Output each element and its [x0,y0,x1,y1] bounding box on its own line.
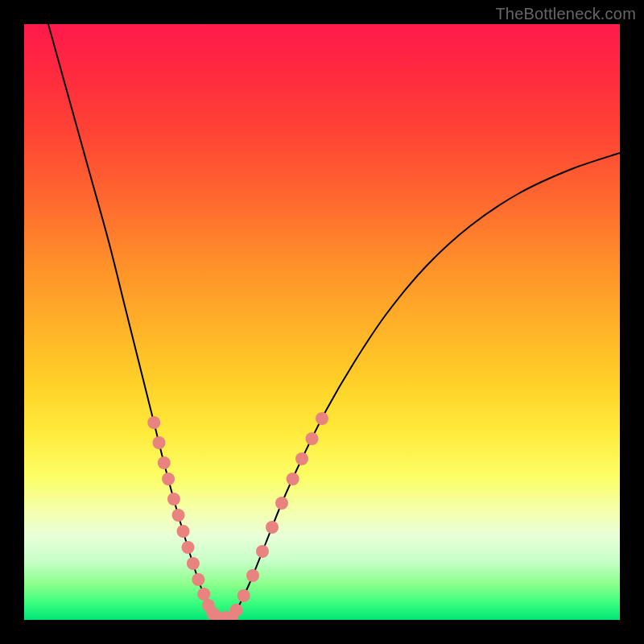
data-dot [316,412,328,425]
curve-left-curve [48,24,216,618]
chart-svg [24,24,620,620]
data-dot [182,541,195,554]
data-dot [266,521,279,534]
data-dot [153,436,166,449]
watermark-text: TheBottleneck.com [495,5,636,23]
data-dot [275,497,288,510]
curve-layer [48,24,620,618]
data-dot [287,473,299,485]
data-dot [192,573,204,586]
data-dot [158,456,171,469]
data-dot [237,589,250,602]
data-dot [246,569,259,582]
data-dot [172,509,185,522]
data-dot [197,588,210,601]
data-dot [167,493,180,506]
data-dot [162,473,175,485]
data-dot [147,416,160,429]
data-dot [295,452,308,465]
chart-plot-area [24,24,620,620]
data-dot [187,557,200,570]
data-dot [177,525,190,538]
dots-layer [147,412,328,620]
data-dot [306,432,319,445]
data-dot [256,545,269,558]
curve-right-curve [232,153,620,618]
